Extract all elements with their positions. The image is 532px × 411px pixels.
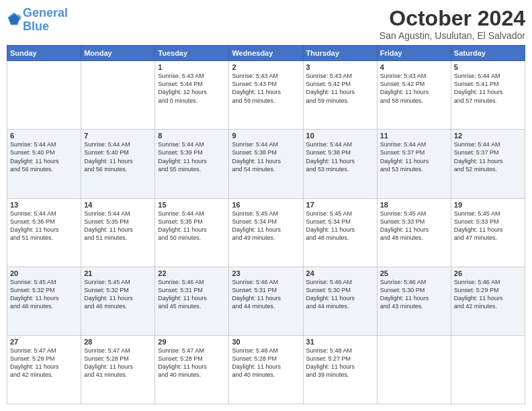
header-cell-tuesday: Tuesday xyxy=(155,46,229,61)
calendar-cell xyxy=(451,335,525,404)
cell-content: Sunrise: 5:46 AMSunset: 5:29 PMDaylight:… xyxy=(454,278,522,311)
calendar-cell: 16Sunrise: 5:45 AMSunset: 5:34 PMDayligh… xyxy=(229,198,303,267)
cell-content: Sunrise: 5:45 AMSunset: 5:34 PMDaylight:… xyxy=(232,210,300,242)
page: General Blue October 2024 San Agustin, U… xyxy=(0,0,532,411)
week-row-0: 1Sunrise: 5:43 AMSunset: 5:44 PMDaylight… xyxy=(7,61,525,130)
calendar-cell: 4Sunrise: 5:43 AMSunset: 5:42 PMDaylight… xyxy=(377,61,451,130)
calendar-cell: 8Sunrise: 5:44 AMSunset: 5:39 PMDaylight… xyxy=(155,130,229,198)
cell-content: Sunrise: 5:47 AMSunset: 5:28 PMDaylight:… xyxy=(158,347,226,379)
calendar-cell xyxy=(7,61,81,130)
calendar-cell: 24Sunrise: 5:46 AMSunset: 5:30 PMDayligh… xyxy=(303,267,377,335)
cell-content: Sunrise: 5:46 AMSunset: 5:31 PMDaylight:… xyxy=(232,278,300,311)
week-row-3: 20Sunrise: 5:45 AMSunset: 5:32 PMDayligh… xyxy=(7,267,525,335)
day-number: 12 xyxy=(454,132,522,140)
calendar-header: SundayMondayTuesdayWednesdayThursdayFrid… xyxy=(7,46,525,61)
calendar-cell: 23Sunrise: 5:46 AMSunset: 5:31 PMDayligh… xyxy=(229,267,303,335)
header-cell-wednesday: Wednesday xyxy=(229,46,303,61)
calendar-cell: 11Sunrise: 5:44 AMSunset: 5:37 PMDayligh… xyxy=(377,130,451,198)
calendar-cell: 14Sunrise: 5:44 AMSunset: 5:35 PMDayligh… xyxy=(81,198,155,267)
logo: General Blue xyxy=(7,7,68,34)
day-number: 11 xyxy=(380,132,448,140)
day-number: 6 xyxy=(10,132,78,140)
calendar-cell xyxy=(81,61,155,130)
day-number: 25 xyxy=(380,269,448,277)
calendar-cell: 6Sunrise: 5:44 AMSunset: 5:40 PMDaylight… xyxy=(7,130,81,198)
week-row-2: 13Sunrise: 5:44 AMSunset: 5:36 PMDayligh… xyxy=(7,198,525,267)
day-number: 27 xyxy=(10,338,78,346)
calendar-cell: 19Sunrise: 5:45 AMSunset: 5:33 PMDayligh… xyxy=(451,198,525,267)
title-section: October 2024 San Agustin, Usulutan, El S… xyxy=(380,7,525,41)
calendar-cell xyxy=(377,335,451,404)
header-cell-monday: Monday xyxy=(81,46,155,61)
cell-content: Sunrise: 5:45 AMSunset: 5:32 PMDaylight:… xyxy=(10,278,78,311)
day-number: 26 xyxy=(454,269,522,277)
cell-content: Sunrise: 5:43 AMSunset: 5:44 PMDaylight:… xyxy=(158,72,226,105)
cell-content: Sunrise: 5:45 AMSunset: 5:34 PMDaylight:… xyxy=(306,210,374,242)
cell-content: Sunrise: 5:44 AMSunset: 5:39 PMDaylight:… xyxy=(158,140,226,173)
day-number: 31 xyxy=(306,338,374,346)
cell-content: Sunrise: 5:44 AMSunset: 5:36 PMDaylight:… xyxy=(10,210,78,242)
day-number: 9 xyxy=(232,132,300,140)
week-row-1: 6Sunrise: 5:44 AMSunset: 5:40 PMDaylight… xyxy=(7,130,525,198)
calendar-cell: 12Sunrise: 5:44 AMSunset: 5:37 PMDayligh… xyxy=(451,130,525,198)
cell-content: Sunrise: 5:43 AMSunset: 5:42 PMDaylight:… xyxy=(306,72,374,105)
calendar-cell: 7Sunrise: 5:44 AMSunset: 5:40 PMDaylight… xyxy=(81,130,155,198)
calendar-cell: 31Sunrise: 5:48 AMSunset: 5:27 PMDayligh… xyxy=(303,335,377,404)
cell-content: Sunrise: 5:44 AMSunset: 5:37 PMDaylight:… xyxy=(380,140,448,173)
cell-content: Sunrise: 5:44 AMSunset: 5:41 PMDaylight:… xyxy=(454,72,522,105)
day-number: 16 xyxy=(232,201,300,209)
cell-content: Sunrise: 5:44 AMSunset: 5:38 PMDaylight:… xyxy=(306,140,374,173)
calendar-cell: 30Sunrise: 5:48 AMSunset: 5:28 PMDayligh… xyxy=(229,335,303,404)
cell-content: Sunrise: 5:45 AMSunset: 5:33 PMDaylight:… xyxy=(380,210,448,242)
calendar-cell: 10Sunrise: 5:44 AMSunset: 5:38 PMDayligh… xyxy=(303,130,377,198)
cell-content: Sunrise: 5:43 AMSunset: 5:43 PMDaylight:… xyxy=(232,72,300,105)
header-cell-saturday: Saturday xyxy=(451,46,525,61)
day-number: 28 xyxy=(84,338,152,346)
day-number: 8 xyxy=(158,132,226,140)
calendar-cell: 2Sunrise: 5:43 AMSunset: 5:43 PMDaylight… xyxy=(229,61,303,130)
day-number: 5 xyxy=(454,63,522,71)
cell-content: Sunrise: 5:44 AMSunset: 5:35 PMDaylight:… xyxy=(84,210,152,242)
calendar-cell: 20Sunrise: 5:45 AMSunset: 5:32 PMDayligh… xyxy=(7,267,81,335)
header: General Blue October 2024 San Agustin, U… xyxy=(7,7,525,41)
calendar-cell: 22Sunrise: 5:46 AMSunset: 5:31 PMDayligh… xyxy=(155,267,229,335)
calendar-body: 1Sunrise: 5:43 AMSunset: 5:44 PMDaylight… xyxy=(7,61,525,404)
day-number: 13 xyxy=(10,201,78,209)
day-number: 4 xyxy=(380,63,448,71)
cell-content: Sunrise: 5:43 AMSunset: 5:42 PMDaylight:… xyxy=(380,72,448,105)
cell-content: Sunrise: 5:44 AMSunset: 5:38 PMDaylight:… xyxy=(232,140,300,173)
cell-content: Sunrise: 5:46 AMSunset: 5:31 PMDaylight:… xyxy=(158,278,226,311)
calendar-cell: 25Sunrise: 5:46 AMSunset: 5:30 PMDayligh… xyxy=(377,267,451,335)
calendar-cell: 9Sunrise: 5:44 AMSunset: 5:38 PMDaylight… xyxy=(229,130,303,198)
logo-line2: Blue xyxy=(23,19,49,33)
cell-content: Sunrise: 5:44 AMSunset: 5:40 PMDaylight:… xyxy=(84,140,152,173)
calendar-cell: 26Sunrise: 5:46 AMSunset: 5:29 PMDayligh… xyxy=(451,267,525,335)
calendar-cell: 3Sunrise: 5:43 AMSunset: 5:42 PMDaylight… xyxy=(303,61,377,130)
cell-content: Sunrise: 5:44 AMSunset: 5:40 PMDaylight:… xyxy=(10,140,78,173)
cell-content: Sunrise: 5:45 AMSunset: 5:32 PMDaylight:… xyxy=(84,278,152,311)
day-number: 30 xyxy=(232,338,300,346)
calendar-cell: 29Sunrise: 5:47 AMSunset: 5:28 PMDayligh… xyxy=(155,335,229,404)
location: San Agustin, Usulutan, El Salvador xyxy=(380,30,525,41)
logo-text: General Blue xyxy=(23,7,68,34)
day-number: 10 xyxy=(306,132,374,140)
day-number: 15 xyxy=(158,201,226,209)
day-number: 14 xyxy=(84,201,152,209)
calendar-table: SundayMondayTuesdayWednesdayThursdayFrid… xyxy=(7,45,525,404)
day-number: 21 xyxy=(84,269,152,277)
day-number: 3 xyxy=(306,63,374,71)
header-cell-thursday: Thursday xyxy=(303,46,377,61)
cell-content: Sunrise: 5:44 AMSunset: 5:37 PMDaylight:… xyxy=(454,140,522,173)
cell-content: Sunrise: 5:48 AMSunset: 5:28 PMDaylight:… xyxy=(232,347,300,379)
logo-icon xyxy=(7,11,21,26)
calendar-cell: 1Sunrise: 5:43 AMSunset: 5:44 PMDaylight… xyxy=(155,61,229,130)
header-cell-friday: Friday xyxy=(377,46,451,61)
day-number: 17 xyxy=(306,201,374,209)
day-number: 24 xyxy=(306,269,374,277)
day-number: 1 xyxy=(158,63,226,71)
day-number: 7 xyxy=(84,132,152,140)
cell-content: Sunrise: 5:46 AMSunset: 5:30 PMDaylight:… xyxy=(306,278,374,311)
week-row-4: 27Sunrise: 5:47 AMSunset: 5:29 PMDayligh… xyxy=(7,335,525,404)
calendar-cell: 27Sunrise: 5:47 AMSunset: 5:29 PMDayligh… xyxy=(7,335,81,404)
header-row: SundayMondayTuesdayWednesdayThursdayFrid… xyxy=(7,46,525,61)
